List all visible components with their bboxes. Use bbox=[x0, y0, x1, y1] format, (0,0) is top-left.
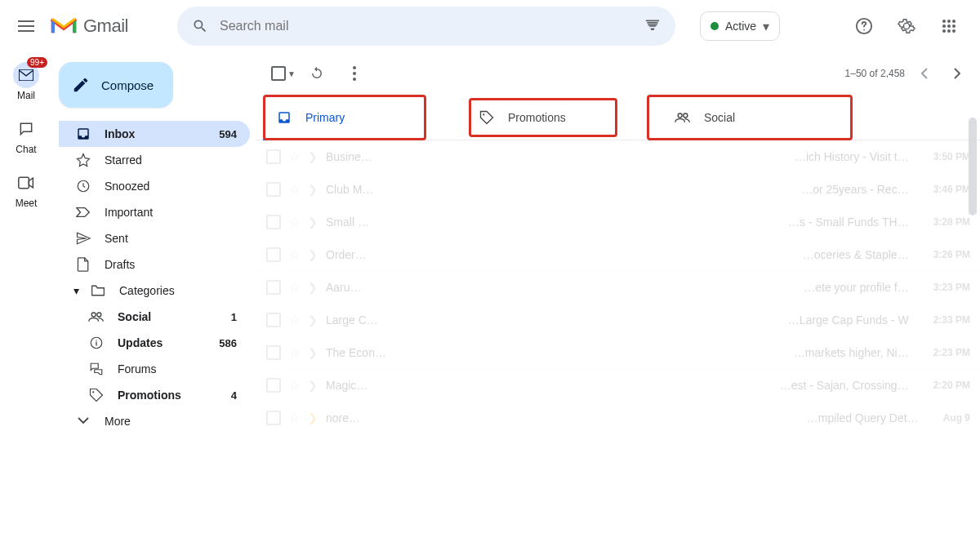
row-checkbox[interactable] bbox=[266, 149, 281, 164]
email-row[interactable]: ☆❯Large C……Large Cap Funds - W2:33 PM bbox=[256, 304, 980, 336]
important-marker[interactable]: ❯ bbox=[308, 411, 318, 424]
important-marker[interactable]: ❯ bbox=[308, 150, 318, 163]
email-sender: Order… bbox=[326, 248, 440, 261]
search-input[interactable] bbox=[216, 19, 636, 33]
nav-starred[interactable]: Starred bbox=[59, 147, 250, 173]
support-icon[interactable] bbox=[846, 8, 882, 44]
hamburger-menu[interactable] bbox=[7, 7, 46, 46]
star-icon[interactable]: ☆ bbox=[289, 411, 300, 424]
star-icon[interactable]: ☆ bbox=[289, 216, 300, 229]
nav-snoozed[interactable]: Snoozed bbox=[59, 173, 250, 199]
row-checkbox[interactable] bbox=[266, 313, 281, 327]
search-icon[interactable] bbox=[184, 10, 216, 42]
rail-mail-label: Mail bbox=[17, 90, 35, 101]
svg-point-5 bbox=[947, 24, 951, 28]
svg-point-14 bbox=[97, 313, 101, 317]
nav-promotions[interactable]: Promotions 4 bbox=[59, 382, 250, 408]
email-row[interactable]: ☆❯Small ……s - Small Funds TH…3:28 PM bbox=[256, 206, 980, 238]
nav-inbox[interactable]: Inbox 594 bbox=[59, 121, 250, 147]
mail-icon: 99+ bbox=[13, 62, 39, 88]
scrollbar[interactable] bbox=[969, 118, 977, 216]
star-icon[interactable]: ☆ bbox=[289, 150, 300, 163]
email-subject: …ete your profile f… bbox=[448, 281, 925, 294]
email-sender: Magic… bbox=[326, 379, 440, 392]
email-subject: …mpiled Query Det… bbox=[448, 411, 935, 424]
row-checkbox[interactable] bbox=[266, 215, 281, 229]
important-marker[interactable]: ❯ bbox=[308, 313, 318, 327]
nav-updates[interactable]: Updates 586 bbox=[59, 330, 250, 356]
select-all-checkbox[interactable] bbox=[271, 66, 286, 81]
email-row[interactable]: ☆❯Magic……est - Sajan, Crossing…2:20 PM bbox=[256, 369, 980, 402]
star-icon[interactable]: ☆ bbox=[289, 313, 300, 327]
apps-icon[interactable] bbox=[931, 8, 967, 44]
row-checkbox[interactable] bbox=[266, 378, 281, 393]
email-time: 2:33 PM bbox=[933, 314, 970, 326]
compose-button[interactable]: Compose bbox=[59, 62, 173, 108]
important-marker[interactable]: ❯ bbox=[308, 248, 318, 261]
row-checkbox[interactable] bbox=[266, 345, 281, 360]
email-row[interactable]: ☆❯nore……mpiled Query Det…Aug 9 bbox=[256, 402, 980, 434]
nav-categories[interactable]: ▾ Categories bbox=[59, 278, 250, 304]
svg-rect-11 bbox=[19, 177, 29, 188]
rail-meet[interactable]: Meet bbox=[3, 170, 49, 209]
rail-chat[interactable]: Chat bbox=[3, 116, 49, 155]
tab-promotions[interactable]: Promotions bbox=[466, 95, 629, 140]
important-marker[interactable]: ❯ bbox=[308, 183, 318, 196]
email-time: 3:50 PM bbox=[933, 151, 970, 162]
email-row[interactable]: ☆❯Order……oceries & Staple…3:26 PM bbox=[256, 238, 980, 271]
prev-page-button[interactable] bbox=[911, 60, 938, 87]
file-icon bbox=[75, 256, 91, 273]
svg-point-19 bbox=[353, 78, 356, 81]
nav-important[interactable]: Important bbox=[59, 199, 250, 225]
important-marker[interactable]: ❯ bbox=[308, 346, 318, 359]
svg-point-2 bbox=[947, 20, 951, 23]
search-bar[interactable] bbox=[177, 7, 675, 46]
email-row[interactable]: ☆❯Busine……ich History - Visit t…3:50 PM bbox=[256, 140, 980, 173]
inbox-icon bbox=[276, 109, 292, 126]
row-checkbox[interactable] bbox=[266, 182, 281, 197]
important-marker[interactable]: ❯ bbox=[308, 379, 318, 392]
star-icon[interactable]: ☆ bbox=[289, 248, 300, 261]
chevron-down-icon bbox=[75, 413, 91, 429]
tab-primary[interactable]: Primary bbox=[263, 95, 426, 140]
email-row[interactable]: ☆❯The Econ……markets higher, Ni…2:23 PM bbox=[256, 336, 980, 369]
email-row[interactable]: ☆❯Club M……or 25years - Rec…3:46 PM bbox=[256, 173, 980, 206]
svg-point-6 bbox=[952, 24, 956, 28]
nav-forums[interactable]: Forums bbox=[59, 356, 250, 382]
nav-social[interactable]: Social 1 bbox=[59, 304, 250, 330]
nav-sent[interactable]: Sent bbox=[59, 225, 250, 251]
star-icon[interactable]: ☆ bbox=[289, 281, 300, 294]
star-icon[interactable]: ☆ bbox=[289, 183, 300, 196]
chevron-down-icon: ▾ bbox=[763, 19, 769, 34]
people-icon bbox=[88, 309, 105, 325]
more-button[interactable] bbox=[338, 57, 371, 90]
row-checkbox[interactable] bbox=[266, 411, 281, 425]
row-checkbox[interactable] bbox=[266, 247, 281, 262]
email-subject: …s - Small Funds TH… bbox=[448, 216, 925, 229]
star-icon[interactable]: ☆ bbox=[289, 379, 300, 392]
star-icon[interactable]: ☆ bbox=[289, 346, 300, 359]
email-row[interactable]: ☆❯Aaru……ete your profile f…3:23 PM bbox=[256, 271, 980, 304]
tab-social[interactable]: Social bbox=[662, 95, 825, 140]
important-marker[interactable]: ❯ bbox=[308, 281, 318, 294]
svg-point-13 bbox=[91, 313, 96, 317]
email-subject: …oceries & Staple… bbox=[448, 248, 925, 261]
row-checkbox[interactable] bbox=[266, 280, 281, 295]
gmail-logo[interactable]: Gmail bbox=[49, 15, 128, 38]
search-filter-icon[interactable] bbox=[636, 10, 669, 42]
status-dot-icon bbox=[710, 22, 719, 30]
select-dropdown-icon[interactable]: ▼ bbox=[287, 69, 296, 78]
status-chip[interactable]: Active ▾ bbox=[700, 11, 780, 41]
nav-more[interactable]: More bbox=[59, 408, 250, 434]
rail-mail[interactable]: 99+ Mail bbox=[3, 62, 49, 101]
settings-icon[interactable] bbox=[889, 8, 924, 44]
refresh-button[interactable] bbox=[301, 57, 333, 90]
chevron-down-icon: ▾ bbox=[70, 284, 82, 297]
nav-drafts[interactable]: Drafts bbox=[59, 251, 250, 278]
send-icon bbox=[75, 230, 91, 247]
svg-point-1 bbox=[942, 20, 946, 23]
important-marker[interactable]: ❯ bbox=[308, 216, 318, 229]
meet-icon bbox=[13, 170, 39, 196]
next-page-button[interactable] bbox=[944, 60, 970, 87]
email-sender: Club M… bbox=[326, 183, 440, 196]
